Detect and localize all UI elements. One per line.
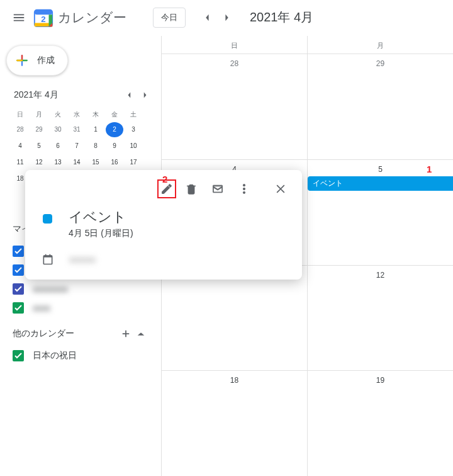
trash-icon [185,183,198,195]
svg-text:2: 2 [41,14,45,23]
check-icon [14,305,22,311]
event-date: 4月 5日 (月曜日) [69,228,133,239]
checkbox[interactable] [13,350,24,361]
event-title: イベント [69,208,133,227]
calendar-logo-icon: 2 [33,7,54,28]
day-cell[interactable]: 19 [307,370,453,476]
day-cell[interactable] [161,265,307,371]
checkbox[interactable] [13,246,24,257]
event-chip[interactable]: イベント [308,176,453,191]
other-calendars-header[interactable]: 他のカレンダー [13,328,118,339]
plus-icon [13,52,31,69]
annotation-1: 1 [427,164,432,174]
mini-dow: 日 [11,108,29,121]
mail-icon [211,183,224,195]
app-logo: 2 カレンダー [33,7,126,28]
add-other-cal-button[interactable] [118,326,133,341]
mini-dow: 月 [30,108,48,121]
checkbox[interactable] [13,264,24,276]
email-event-button[interactable] [206,178,229,200]
pencil-icon [160,183,173,195]
mini-day[interactable]: 13 [49,155,67,170]
create-label: 作成 [37,55,55,66]
create-button[interactable]: 作成 [6,45,68,76]
checkbox[interactable] [13,283,24,295]
next-period-button[interactable] [217,8,237,28]
chevron-right-icon [143,91,148,99]
calendar-item[interactable]: xxxxxxxx [0,280,161,298]
mini-day[interactable]: 1 [87,122,104,137]
mini-day[interactable]: 30 [49,122,67,137]
svg-point-7 [243,188,245,190]
grid-dow-header: 日 [161,36,307,54]
day-cell[interactable]: 12 [307,265,453,371]
check-icon [14,353,22,359]
calendar-label: xxxx [33,303,50,313]
calendar-item[interactable]: 日本の祝日 [0,346,161,365]
hamburger-icon [12,11,26,25]
day-number: 28 [165,59,303,68]
calendar-item[interactable]: xxxx [0,298,161,317]
mini-day[interactable]: 15 [87,155,104,170]
chevron-left-icon [204,13,210,22]
mini-day[interactable]: 10 [125,139,142,154]
mini-day[interactable]: 7 [68,139,86,154]
mini-day[interactable]: 8 [87,139,104,154]
svg-point-6 [243,184,245,186]
calendar-label: 日本の祝日 [33,350,77,361]
mini-dow: 木 [87,108,104,121]
current-period: 2021年 4月 [250,9,313,26]
prev-period-button[interactable] [197,8,217,28]
day-cell[interactable]: 18 [161,370,307,476]
app-title: カレンダー [58,9,126,26]
mini-day[interactable]: 2 [106,122,123,137]
svg-point-8 [243,191,245,193]
mini-day[interactable]: 11 [11,155,29,170]
mini-dow: 金 [106,108,123,121]
mini-day[interactable]: 9 [106,139,123,154]
mini-day[interactable]: 5 [30,139,48,154]
menu-button[interactable] [6,5,31,30]
calendar-label: xxxxxxxx [33,284,68,294]
mini-day[interactable]: 28 [11,122,29,137]
more-vert-icon [238,183,250,195]
event-options-button[interactable] [233,178,255,200]
chevron-right-icon [224,13,230,22]
mini-dow: 土 [125,108,142,121]
mini-day[interactable]: 12 [30,155,48,170]
chevron-left-icon [126,91,131,99]
plus-icon [121,329,130,338]
day-number: 18 [165,376,303,385]
mini-dow: 火 [49,108,67,121]
close-icon [274,183,287,195]
mini-day[interactable]: 4 [11,139,29,154]
mini-day[interactable]: 29 [30,122,48,137]
delete-event-button[interactable] [180,178,203,200]
day-cell[interactable]: 5イベント [307,159,453,265]
mini-day[interactable]: 17 [125,155,142,170]
mini-cal-title: 2021年 4月 [14,89,121,101]
mini-next-button[interactable] [137,87,154,103]
collapse-other-cal-button[interactable] [133,326,148,341]
checkbox[interactable] [13,302,24,314]
close-popup-button[interactable] [269,178,292,200]
check-icon [14,248,22,254]
day-number: 12 [311,271,449,280]
calendar-icon [42,253,54,266]
day-number: 29 [311,59,449,68]
mini-day[interactable]: 16 [106,155,123,170]
mini-day[interactable]: 6 [49,139,67,154]
day-number: 19 [311,376,449,385]
day-cell[interactable]: 29 [307,54,453,159]
day-cell[interactable]: 28 [161,54,307,159]
check-icon [14,286,22,292]
mini-day[interactable]: 3 [125,122,142,137]
annotation-2: 2 [162,174,167,184]
today-button[interactable]: 今日 [153,8,186,28]
event-popup: イベント 4月 5日 (月曜日) xxxxxx [25,170,302,280]
mini-day[interactable]: 31 [68,122,86,137]
mini-prev-button[interactable] [121,87,137,103]
event-color-swatch [43,214,52,224]
mini-day[interactable]: 14 [68,155,86,170]
event-calendar-name: xxxxxx [69,254,96,264]
